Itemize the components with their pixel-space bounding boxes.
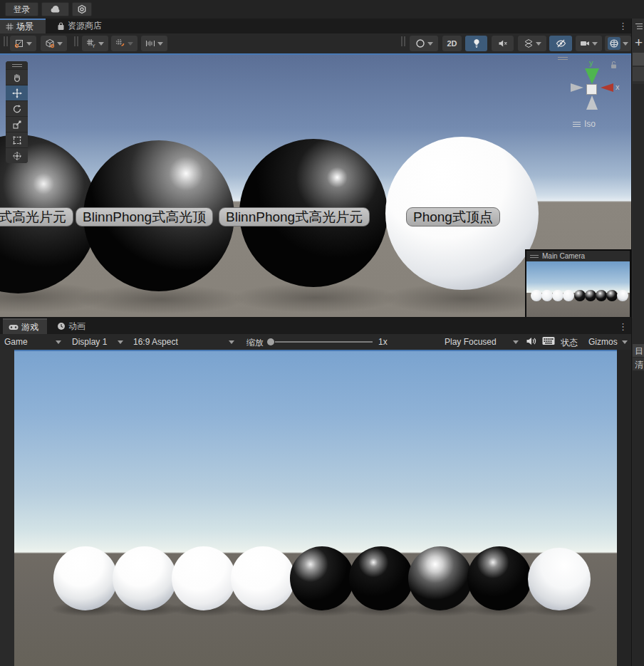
panel-row[interactable]: [633, 67, 644, 81]
clock-icon: [57, 322, 66, 331]
rect-icon: [12, 135, 22, 145]
grid-icon: [6, 23, 14, 31]
keyboard-shortcuts-button[interactable]: [542, 336, 555, 345]
aspect-label: 16:9 Aspect: [133, 337, 178, 347]
clear-button-clipped[interactable]: 清: [633, 358, 644, 370]
add-button[interactable]: +: [635, 36, 643, 49]
stats-toggle-button[interactable]: 状态: [561, 337, 578, 349]
projection-toggle[interactable]: Iso: [573, 119, 596, 129]
display-mode-dropdown[interactable]: Game: [1, 335, 64, 348]
panel-tab-clipped[interactable]: 目: [633, 344, 644, 357]
play-focused-label: Play Focused: [445, 337, 497, 347]
scene-visibility-toggle-button[interactable]: [549, 36, 572, 51]
zoom-slider-track[interactable]: [275, 341, 373, 343]
object-label[interactable]: 式高光片元: [0, 207, 73, 227]
svg-text:Y: Y: [92, 43, 95, 48]
chevron-down-icon: [592, 42, 598, 46]
snap-increment-dropdown[interactable]: [141, 36, 167, 51]
pivot-icon: [14, 38, 24, 48]
toolbar-handle[interactable]: [74, 36, 78, 46]
preview-sphere: [596, 290, 607, 301]
grid-axis-dropdown[interactable]: Y: [82, 36, 108, 51]
cloud-button[interactable]: [41, 2, 69, 16]
object-label[interactable]: BlinnPhong式高光片元: [219, 207, 370, 227]
chevron-down-icon: [427, 42, 433, 46]
handle-orientation-dropdown[interactable]: [41, 36, 67, 51]
gizmo-center-cube[interactable]: [586, 84, 597, 95]
iso-label: Iso: [584, 119, 596, 129]
chevron-down-icon: [57, 42, 63, 46]
toolbar-handle[interactable]: [401, 36, 405, 46]
login-button[interactable]: 登录: [5, 2, 38, 16]
drag-handle-icon: [530, 255, 539, 258]
zoom-slider-knob[interactable]: [267, 338, 274, 345]
rect-tool-button[interactable]: [6, 132, 28, 147]
tab-asset-store[interactable]: 资源商店: [51, 19, 115, 33]
grid-y-icon: Y: [86, 38, 96, 48]
axis-x-label: x: [616, 83, 620, 91]
rotate-tool-button[interactable]: [6, 100, 28, 116]
tab-animation[interactable]: 动画: [51, 318, 100, 334]
panel-body: [633, 371, 644, 666]
axis-x-cone[interactable]: [601, 83, 613, 92]
camera-settings-dropdown[interactable]: [576, 36, 602, 51]
iso-icon: [573, 122, 581, 127]
2d-toggle-button[interactable]: 2D: [442, 36, 462, 51]
settings-button[interactable]: [72, 2, 92, 16]
chevron-down-icon: [118, 340, 123, 344]
aspect-ratio-dropdown[interactable]: 16:9 Aspect: [130, 335, 237, 348]
effects-dropdown[interactable]: [518, 36, 546, 51]
overlay-drag-handle[interactable]: [558, 57, 568, 60]
transform-icon: [12, 151, 22, 161]
overlay-drag-handle[interactable]: [6, 61, 28, 69]
zoom-value: 1x: [378, 337, 388, 347]
game-sphere-6: [349, 546, 413, 610]
scene-viewport[interactable]: 式高光片元 BlinnPhong式高光顶 BlinnPhong式高光片元 Pho…: [0, 53, 631, 317]
speaker-muted-icon: [498, 39, 508, 48]
axis-y-cone[interactable]: [585, 68, 599, 84]
audio-mute-toggle-button[interactable]: [492, 36, 514, 51]
hand-tool-button[interactable]: [6, 69, 28, 85]
bag-icon: [57, 22, 65, 31]
move-icon: [12, 88, 22, 98]
tab-game-label: 游戏: [21, 321, 38, 333]
display-mode-label: Game: [4, 337, 28, 347]
rotate-icon: [12, 104, 22, 114]
toolbar-handle[interactable]: [4, 36, 8, 46]
scale-tool-button[interactable]: [6, 116, 28, 132]
tab-game[interactable]: 游戏: [3, 318, 47, 334]
preview-sphere: [606, 290, 618, 301]
display-dropdown[interactable]: Display 1: [69, 335, 126, 348]
preview-sphere: [531, 290, 542, 301]
panel-body: [633, 84, 644, 318]
zoom-label: 缩放: [246, 337, 264, 349]
transform-tool-button[interactable]: [6, 147, 28, 163]
shaded-sphere-icon: [415, 38, 425, 48]
object-label[interactable]: BlinnPhong式高光顶: [76, 207, 213, 227]
camera-preview-titlebar[interactable]: Main Camera: [526, 251, 630, 261]
gizmos-dropdown-game[interactable]: Gizmos: [586, 335, 630, 348]
game-kebab-menu-icon[interactable]: ⋮: [618, 322, 628, 331]
tab-scene[interactable]: 场景: [0, 19, 46, 33]
pivot-mode-dropdown[interactable]: [10, 36, 36, 51]
panel-row[interactable]: [633, 53, 644, 66]
move-tool-button[interactable]: [6, 85, 28, 100]
play-focused-dropdown[interactable]: Play Focused: [442, 335, 521, 348]
axis-neg-y-cone[interactable]: [586, 95, 598, 110]
lighting-toggle-button[interactable]: [465, 36, 487, 51]
gizmos-dropdown-scene[interactable]: [605, 36, 631, 51]
scene-kebab-menu-icon[interactable]: ⋮: [618, 21, 628, 31]
cube-icon: [45, 38, 55, 48]
letterbox: [0, 350, 14, 666]
game-viewport[interactable]: [14, 350, 617, 666]
mute-audio-button[interactable]: [526, 336, 537, 346]
scene-tabbar: 场景 资源商店 ⋮: [0, 19, 631, 33]
axis-neg-x-cone[interactable]: [571, 83, 583, 92]
display-label: Display 1: [72, 337, 107, 347]
draw-mode-dropdown[interactable]: [410, 36, 438, 51]
snap-settings-dropdown[interactable]: [111, 36, 137, 51]
lock-icon[interactable]: [610, 61, 618, 69]
snap-grid-icon: [115, 38, 125, 48]
tab-scene-label: 场景: [16, 21, 33, 33]
object-label[interactable]: Phong式顶点: [406, 207, 500, 227]
